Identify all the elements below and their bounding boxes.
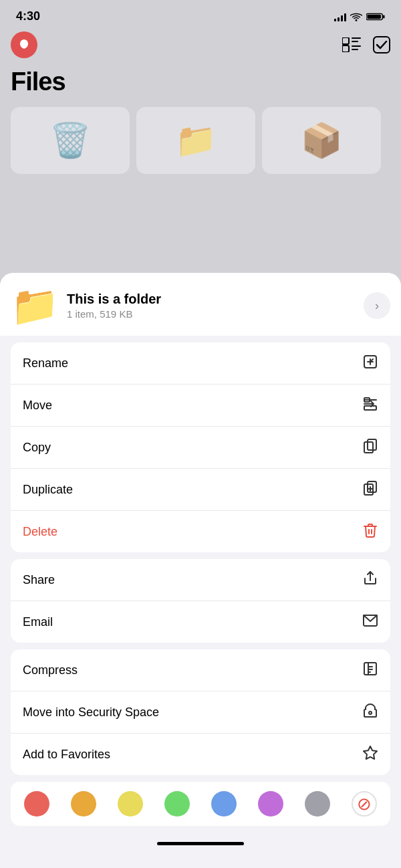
- folder-icon-large: 📁: [11, 286, 57, 325]
- header-actions: [342, 36, 390, 53]
- folder-grid: 🗑️ 📁 📦: [0, 107, 401, 174]
- compress-label: Compress: [23, 663, 78, 677]
- svg-rect-15: [364, 442, 373, 453]
- menu-item-security[interactable]: Move into Security Space: [11, 691, 390, 734]
- rename-icon: [362, 354, 378, 372]
- move-label: Move: [23, 399, 52, 413]
- svg-rect-5: [342, 45, 349, 52]
- star-icon: [362, 745, 378, 764]
- svg-rect-9: [352, 49, 358, 50]
- security-icon: [362, 703, 378, 722]
- menu-item-share[interactable]: Share: [11, 559, 390, 601]
- share-label: Share: [23, 573, 55, 587]
- menu-item-favorites[interactable]: Add to Favorites: [11, 734, 390, 775]
- app-header: [0, 29, 401, 65]
- signal-bars-icon: [334, 12, 346, 21]
- duplicate-icon: [362, 480, 378, 499]
- menu-section-1: Rename Move Copy: [11, 342, 390, 552]
- battery-icon: [366, 12, 385, 21]
- email-label: Email: [23, 615, 53, 629]
- copy-icon: [362, 438, 378, 457]
- color-blue[interactable]: [211, 791, 237, 817]
- folder-thumb-blue: 📁: [136, 107, 255, 174]
- favorites-label: Add to Favorites: [23, 748, 110, 762]
- svg-rect-6: [352, 37, 361, 39]
- home-bar: [157, 842, 244, 845]
- menu-item-duplicate[interactable]: Duplicate: [11, 469, 390, 511]
- folder-thumb-archive: 📦: [262, 107, 381, 174]
- copy-label: Copy: [23, 441, 51, 455]
- svg-rect-2: [367, 14, 381, 19]
- color-gray[interactable]: [305, 791, 330, 817]
- color-green[interactable]: [164, 791, 190, 817]
- app-logo[interactable]: [11, 31, 37, 58]
- menu-item-delete[interactable]: Delete: [11, 511, 390, 552]
- folder-thumb-trash: 🗑️: [11, 107, 130, 174]
- share-icon: [362, 570, 378, 589]
- svg-rect-16: [368, 481, 376, 492]
- home-indicator: [0, 837, 401, 848]
- list-view-icon[interactable]: [342, 37, 361, 52]
- status-time: 4:30: [16, 9, 40, 23]
- svg-point-25: [369, 712, 372, 714]
- color-orange[interactable]: [71, 791, 96, 817]
- color-purple[interactable]: [258, 791, 283, 817]
- svg-rect-8: [352, 45, 361, 47]
- menu-item-copy[interactable]: Copy: [11, 427, 390, 469]
- folder-meta: 1 item, 519 KB: [67, 308, 354, 320]
- svg-rect-14: [368, 439, 376, 450]
- email-icon: [362, 613, 378, 631]
- menu-item-email[interactable]: Email: [11, 601, 390, 643]
- folder-chevron-button[interactable]: ›: [364, 292, 390, 319]
- svg-rect-10: [374, 37, 390, 53]
- color-yellow[interactable]: [118, 791, 143, 817]
- svg-rect-1: [383, 15, 385, 18]
- menu-section-3: Compress Move into Security Space: [11, 649, 390, 775]
- logo-icon: [16, 37, 32, 53]
- checkbox-icon[interactable]: [373, 36, 390, 53]
- rename-label: Rename: [23, 356, 68, 370]
- trash-icon: [362, 522, 378, 541]
- page-title: Files: [0, 65, 401, 107]
- wifi-icon: [350, 12, 362, 21]
- svg-rect-13: [364, 406, 376, 410]
- no-color-icon: ⊘: [357, 795, 372, 812]
- delete-label: Delete: [23, 525, 57, 539]
- color-red[interactable]: [24, 791, 49, 817]
- status-icons: [334, 12, 385, 21]
- menu-item-compress[interactable]: Compress: [11, 649, 390, 691]
- color-picker-row: ⊘: [11, 782, 390, 826]
- move-icon: [362, 396, 378, 415]
- svg-rect-7: [352, 41, 358, 42]
- security-label: Move into Security Space: [23, 706, 159, 720]
- folder-info: This is a folder 1 item, 519 KB: [67, 292, 354, 320]
- compress-icon: [362, 661, 378, 679]
- folder-header-row: 📁 This is a folder 1 item, 519 KB ›: [0, 273, 401, 336]
- color-none[interactable]: ⊘: [352, 791, 377, 817]
- folder-name: This is a folder: [67, 292, 354, 307]
- svg-marker-26: [364, 746, 377, 759]
- svg-rect-4: [342, 37, 349, 44]
- status-bar: 4:30: [0, 0, 401, 29]
- bottom-sheet: 📁 This is a folder 1 item, 519 KB › Rena…: [0, 273, 401, 868]
- menu-item-rename[interactable]: Rename: [11, 342, 390, 385]
- menu-section-2: Share Email: [11, 559, 390, 643]
- menu-item-move[interactable]: Move: [11, 385, 390, 427]
- duplicate-label: Duplicate: [23, 483, 73, 497]
